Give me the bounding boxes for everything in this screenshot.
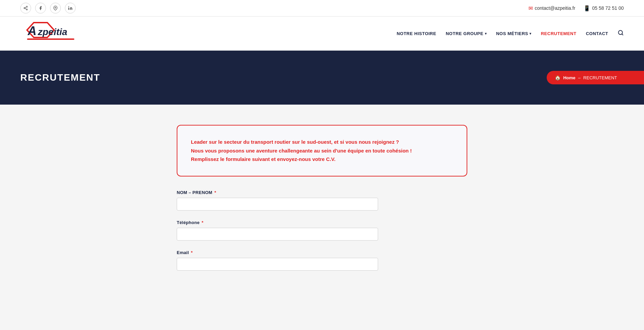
phone-contact: 📱 05 58 72 51 00: [584, 5, 624, 11]
contact-info: ✉ contact@azpeitia.fr 📱 05 58 72 51 00: [528, 5, 624, 11]
home-icon: 🏠: [555, 75, 561, 80]
info-line-2: Nous vous proposons une aventure challen…: [191, 148, 412, 154]
chevron-down-icon: ▾: [485, 32, 487, 35]
nom-prenom-input[interactable]: [177, 198, 378, 211]
required-star: *: [202, 220, 203, 225]
logo-area: A zpeitia: [20, 20, 88, 47]
nav-contact[interactable]: CONTACT: [586, 31, 608, 36]
location-icon[interactable]: [50, 3, 61, 13]
logo[interactable]: A zpeitia: [20, 20, 88, 47]
nav-nos-metiers[interactable]: NOS MÉTIERS ▾: [496, 31, 531, 36]
nav-notre-histoire[interactable]: NOTRE HISTOIRE: [397, 31, 436, 36]
svg-text:A: A: [27, 24, 36, 38]
breadcrumb-current: RECRUTEMENT: [583, 75, 617, 80]
svg-line-4: [25, 7, 26, 8]
share-icon[interactable]: [20, 3, 31, 13]
phone-icon: 📱: [584, 5, 590, 11]
phone-text: 05 58 72 51 00: [592, 5, 624, 11]
recruitment-form: NOM – PRENOM * Téléphone * Email *: [177, 190, 467, 294]
breadcrumb-home[interactable]: Home: [563, 75, 575, 80]
main-nav: NOTRE HISTOIRE NOTRE GROUPE ▾ NOS MÉTIER…: [397, 30, 624, 37]
nom-prenom-label: NOM – PRENOM *: [177, 190, 467, 195]
chevron-down-icon: ▾: [529, 32, 531, 35]
svg-rect-11: [27, 38, 74, 40]
svg-line-13: [622, 34, 623, 35]
email-text: contact@azpeitia.fr: [535, 5, 575, 11]
svg-point-7: [68, 6, 69, 7]
svg-line-3: [25, 8, 26, 9]
svg-rect-6: [68, 7, 69, 10]
social-icons: [20, 3, 76, 13]
header: A zpeitia NOTRE HISTOIRE NOTRE GROUPE ▾ …: [0, 17, 644, 51]
facebook-icon[interactable]: [35, 3, 46, 13]
email-label: Email *: [177, 250, 467, 255]
hero-title: RECRUTEMENT: [20, 72, 100, 83]
info-line-1: Leader sur le secteur du transport routi…: [191, 139, 399, 145]
telephone-group: Téléphone *: [177, 220, 467, 241]
telephone-input[interactable]: [177, 228, 378, 241]
mail-icon: ✉: [528, 5, 533, 11]
info-box: Leader sur le secteur du transport routi…: [177, 125, 467, 176]
breadcrumb: 🏠 Home – RECRUTEMENT: [547, 71, 644, 84]
email-group: Email *: [177, 250, 467, 271]
nom-prenom-group: NOM – PRENOM *: [177, 190, 467, 211]
telephone-label: Téléphone *: [177, 220, 467, 225]
nav-notre-groupe[interactable]: NOTRE GROUPE ▾: [446, 31, 487, 36]
main-content: Leader sur le secteur du transport routi…: [170, 125, 474, 294]
svg-text:zpeitia: zpeitia: [38, 27, 67, 37]
info-line-3: Remplissez le formulaire suivant et envo…: [191, 156, 336, 162]
info-text: Leader sur le secteur du transport routi…: [191, 138, 453, 164]
email-contact: ✉ contact@azpeitia.fr: [528, 5, 575, 11]
top-bar: ✉ contact@azpeitia.fr 📱 05 58 72 51 00: [0, 0, 644, 17]
nav-recrutement[interactable]: RECRUTEMENT: [541, 31, 576, 36]
email-input[interactable]: [177, 258, 378, 271]
hero-banner: RECRUTEMENT 🏠 Home – RECRUTEMENT: [0, 51, 644, 105]
linkedin-icon[interactable]: [65, 3, 76, 13]
required-star: *: [214, 190, 216, 195]
search-icon[interactable]: [618, 30, 624, 37]
svg-point-5: [55, 7, 56, 8]
breadcrumb-separator: –: [578, 75, 580, 80]
required-star: *: [191, 250, 193, 255]
